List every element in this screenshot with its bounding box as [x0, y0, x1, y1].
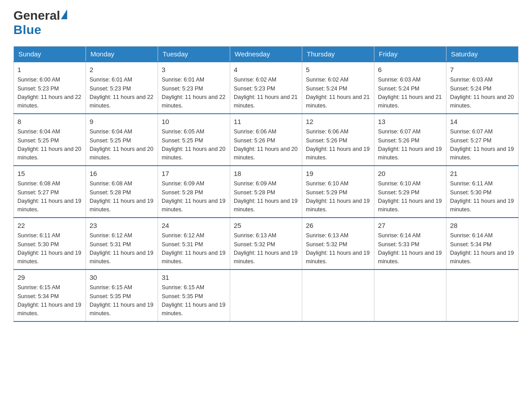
day-number: 17 — [162, 169, 226, 179]
page-header: General Blue — [13, 9, 519, 37]
calendar-week-row: 8 Sunrise: 6:04 AMSunset: 5:25 PMDayligh… — [14, 114, 519, 166]
day-info: Sunrise: 6:10 AMSunset: 5:29 PMDaylight:… — [378, 180, 442, 213]
day-number: 19 — [306, 169, 370, 179]
calendar-cell: 9 Sunrise: 6:04 AMSunset: 5:25 PMDayligh… — [86, 114, 158, 166]
calendar-cell — [302, 270, 374, 321]
day-info: Sunrise: 6:05 AMSunset: 5:25 PMDaylight:… — [162, 128, 225, 161]
weekday-header-friday: Friday — [374, 46, 446, 62]
day-info: Sunrise: 6:09 AMSunset: 5:28 PMDaylight:… — [162, 180, 225, 213]
day-number: 29 — [17, 273, 82, 283]
day-info: Sunrise: 6:01 AMSunset: 5:23 PMDaylight:… — [162, 77, 225, 109]
weekday-header-tuesday: Tuesday — [158, 46, 230, 62]
day-number: 4 — [234, 65, 298, 75]
calendar-table: SundayMondayTuesdayWednesdayThursdayFrid… — [13, 46, 519, 322]
day-info: Sunrise: 6:06 AMSunset: 5:26 PMDaylight:… — [306, 128, 369, 161]
calendar-cell: 13 Sunrise: 6:07 AMSunset: 5:26 PMDaylig… — [374, 114, 446, 166]
calendar-week-row: 22 Sunrise: 6:11 AMSunset: 5:30 PMDaylig… — [14, 218, 519, 270]
day-info: Sunrise: 6:07 AMSunset: 5:27 PMDaylight:… — [450, 128, 514, 161]
day-info: Sunrise: 6:15 AMSunset: 5:35 PMDaylight:… — [90, 284, 153, 317]
day-info: Sunrise: 6:15 AMSunset: 5:34 PMDaylight:… — [17, 284, 81, 317]
calendar-cell: 15 Sunrise: 6:08 AMSunset: 5:27 PMDaylig… — [14, 166, 86, 218]
calendar-cell: 16 Sunrise: 6:08 AMSunset: 5:28 PMDaylig… — [86, 166, 158, 218]
day-info: Sunrise: 6:12 AMSunset: 5:31 PMDaylight:… — [162, 232, 225, 265]
day-info: Sunrise: 6:10 AMSunset: 5:29 PMDaylight:… — [306, 180, 369, 213]
logo: General Blue — [13, 9, 67, 37]
day-number: 3 — [162, 65, 226, 75]
day-info: Sunrise: 6:01 AMSunset: 5:23 PMDaylight:… — [90, 77, 153, 109]
day-info: Sunrise: 6:08 AMSunset: 5:28 PMDaylight:… — [90, 180, 153, 213]
day-number: 22 — [17, 221, 82, 231]
weekday-header-thursday: Thursday — [302, 46, 374, 62]
calendar-cell: 8 Sunrise: 6:04 AMSunset: 5:25 PMDayligh… — [14, 114, 86, 166]
day-number: 31 — [162, 273, 226, 283]
calendar-cell — [374, 270, 446, 321]
day-number: 9 — [90, 117, 154, 127]
day-number: 10 — [162, 117, 226, 127]
day-info: Sunrise: 6:11 AMSunset: 5:30 PMDaylight:… — [17, 232, 81, 265]
day-info: Sunrise: 6:12 AMSunset: 5:31 PMDaylight:… — [90, 232, 153, 265]
day-info: Sunrise: 6:02 AMSunset: 5:23 PMDaylight:… — [234, 77, 297, 109]
calendar-cell: 11 Sunrise: 6:06 AMSunset: 5:26 PMDaylig… — [230, 114, 302, 166]
weekday-header-sunday: Sunday — [14, 46, 86, 62]
day-number: 14 — [450, 117, 515, 127]
day-number: 28 — [450, 221, 515, 231]
weekday-header-saturday: Saturday — [446, 46, 519, 62]
calendar-cell: 25 Sunrise: 6:13 AMSunset: 5:32 PMDaylig… — [230, 218, 302, 270]
calendar-cell: 5 Sunrise: 6:02 AMSunset: 5:24 PMDayligh… — [302, 62, 374, 114]
calendar-cell: 3 Sunrise: 6:01 AMSunset: 5:23 PMDayligh… — [158, 62, 230, 114]
calendar-cell: 28 Sunrise: 6:14 AMSunset: 5:34 PMDaylig… — [446, 218, 519, 270]
calendar-cell: 30 Sunrise: 6:15 AMSunset: 5:35 PMDaylig… — [86, 270, 158, 321]
calendar-cell — [230, 270, 302, 321]
calendar-cell: 23 Sunrise: 6:12 AMSunset: 5:31 PMDaylig… — [86, 218, 158, 270]
day-number: 25 — [234, 221, 298, 231]
weekday-header-monday: Monday — [86, 46, 158, 62]
calendar-cell: 17 Sunrise: 6:09 AMSunset: 5:28 PMDaylig… — [158, 166, 230, 218]
calendar-cell: 26 Sunrise: 6:13 AMSunset: 5:32 PMDaylig… — [302, 218, 374, 270]
day-info: Sunrise: 6:08 AMSunset: 5:27 PMDaylight:… — [17, 180, 81, 213]
day-info: Sunrise: 6:14 AMSunset: 5:33 PMDaylight:… — [378, 232, 442, 265]
calendar-cell: 27 Sunrise: 6:14 AMSunset: 5:33 PMDaylig… — [374, 218, 446, 270]
calendar-cell: 7 Sunrise: 6:03 AMSunset: 5:24 PMDayligh… — [446, 62, 519, 114]
day-info: Sunrise: 6:14 AMSunset: 5:34 PMDaylight:… — [450, 232, 514, 265]
day-info: Sunrise: 6:07 AMSunset: 5:26 PMDaylight:… — [378, 128, 442, 161]
day-info: Sunrise: 6:00 AMSunset: 5:23 PMDaylight:… — [17, 77, 81, 109]
day-number: 27 — [378, 221, 442, 231]
calendar-cell: 1 Sunrise: 6:00 AMSunset: 5:23 PMDayligh… — [14, 62, 86, 114]
day-info: Sunrise: 6:09 AMSunset: 5:28 PMDaylight:… — [234, 180, 297, 213]
day-number: 24 — [162, 221, 226, 231]
calendar-cell: 12 Sunrise: 6:06 AMSunset: 5:26 PMDaylig… — [302, 114, 374, 166]
day-number: 30 — [90, 273, 154, 283]
logo-blue: Blue — [13, 23, 42, 37]
day-number: 5 — [306, 65, 370, 75]
day-number: 13 — [378, 117, 442, 127]
day-info: Sunrise: 6:03 AMSunset: 5:24 PMDaylight:… — [378, 77, 442, 109]
day-number: 11 — [234, 117, 298, 127]
calendar-cell: 31 Sunrise: 6:15 AMSunset: 5:35 PMDaylig… — [158, 270, 230, 321]
calendar-week-row: 1 Sunrise: 6:00 AMSunset: 5:23 PMDayligh… — [14, 62, 519, 114]
calendar-week-row: 15 Sunrise: 6:08 AMSunset: 5:27 PMDaylig… — [14, 166, 519, 218]
day-number: 21 — [450, 169, 515, 179]
day-number: 6 — [378, 65, 442, 75]
logo-triangle-icon — [61, 9, 67, 19]
day-number: 2 — [90, 65, 154, 75]
calendar-cell: 10 Sunrise: 6:05 AMSunset: 5:25 PMDaylig… — [158, 114, 230, 166]
day-info: Sunrise: 6:06 AMSunset: 5:26 PMDaylight:… — [234, 128, 297, 161]
calendar-cell: 19 Sunrise: 6:10 AMSunset: 5:29 PMDaylig… — [302, 166, 374, 218]
day-number: 18 — [234, 169, 298, 179]
day-number: 1 — [17, 65, 82, 75]
day-info: Sunrise: 6:03 AMSunset: 5:24 PMDaylight:… — [450, 77, 514, 109]
calendar-cell: 2 Sunrise: 6:01 AMSunset: 5:23 PMDayligh… — [86, 62, 158, 114]
day-info: Sunrise: 6:13 AMSunset: 5:32 PMDaylight:… — [234, 232, 297, 265]
day-info: Sunrise: 6:04 AMSunset: 5:25 PMDaylight:… — [90, 128, 153, 161]
day-number: 23 — [90, 221, 154, 231]
logo-general: General — [13, 9, 60, 23]
calendar-cell: 21 Sunrise: 6:11 AMSunset: 5:30 PMDaylig… — [446, 166, 519, 218]
day-info: Sunrise: 6:04 AMSunset: 5:25 PMDaylight:… — [17, 128, 81, 161]
calendar-cell: 18 Sunrise: 6:09 AMSunset: 5:28 PMDaylig… — [230, 166, 302, 218]
day-number: 12 — [306, 117, 370, 127]
calendar-cell — [446, 270, 519, 321]
day-info: Sunrise: 6:02 AMSunset: 5:24 PMDaylight:… — [306, 77, 369, 109]
calendar-cell: 6 Sunrise: 6:03 AMSunset: 5:24 PMDayligh… — [374, 62, 446, 114]
day-number: 7 — [450, 65, 515, 75]
day-number: 16 — [90, 169, 154, 179]
